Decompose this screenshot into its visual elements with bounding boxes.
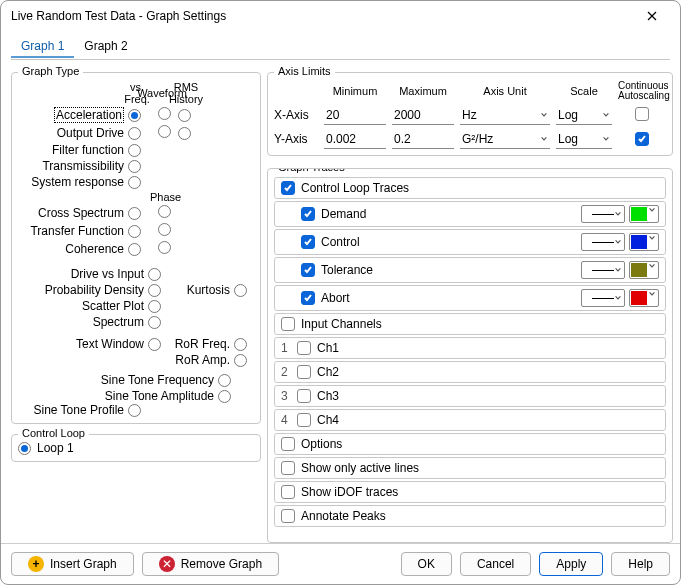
chk-options[interactable] [281,437,295,451]
radio-stf[interactable] [218,374,231,387]
chevron-down-icon [648,262,656,270]
channel-row[interactable]: 3Ch3 [274,385,666,407]
chk-option[interactable] [281,461,295,475]
line-color-select[interactable] [629,233,659,251]
option-label: Annotate Peaks [301,509,386,523]
radio-tf-freq[interactable] [128,225,141,238]
close-button[interactable] [634,2,670,30]
radio-accel-rms[interactable] [178,109,191,122]
apply-button[interactable]: Apply [539,552,603,576]
radio-accel-freq[interactable] [128,109,141,122]
tab-graph-1[interactable]: Graph 1 [11,35,74,59]
radio-kurtosis[interactable] [234,284,247,297]
radio-od-wave[interactable] [158,125,171,138]
channel-row[interactable]: 2Ch2 [274,361,666,383]
radio-stp[interactable] [128,404,141,417]
radio-filter-freq[interactable] [128,144,141,157]
trace-input-channels-header[interactable]: Input Channels [274,313,666,335]
radio-scatter[interactable] [148,300,161,313]
x-unit-select[interactable]: Hz [460,105,550,125]
radio-sta[interactable] [218,390,231,403]
line-color-select[interactable] [629,205,659,223]
radio-cross-freq[interactable] [128,207,141,220]
col-rms-history: RMS History [164,81,208,105]
radio-cross-phase[interactable] [158,205,171,218]
trace-control-loop-header[interactable]: Control Loop Traces [274,177,666,199]
chevron-down-icon [602,135,610,143]
radio-pd[interactable] [148,284,161,297]
chk-option[interactable] [281,485,295,499]
chk-option[interactable] [281,509,295,523]
trace-row[interactable]: Control [274,229,666,255]
ok-button[interactable]: OK [401,552,452,576]
trace-row[interactable]: Demand [274,201,666,227]
option-row[interactable]: Show only active lines [274,457,666,479]
h-autoscale: Continuous Autoscaling [618,81,666,101]
line-style-select[interactable] [581,261,625,279]
chk-trace[interactable] [301,235,315,249]
radio-spectrum[interactable] [148,316,161,329]
chk-control-loop-traces[interactable] [281,181,295,195]
y-min-input[interactable] [324,129,386,149]
line-color-select[interactable] [629,261,659,279]
channel-label: Ch2 [317,365,339,379]
chk-input-channels[interactable] [281,317,295,331]
control-loop-legend: Control Loop [18,427,89,439]
channel-row[interactable]: 4Ch4 [274,409,666,431]
trace-options-header[interactable]: Options [274,433,666,455]
x-min-input[interactable] [324,105,386,125]
chevron-down-icon [614,210,622,218]
chk-channel[interactable] [297,341,311,355]
channel-row[interactable]: 1Ch1 [274,337,666,359]
trace-row[interactable]: Abort [274,285,666,311]
channel-index: 2 [281,365,291,379]
y-max-input[interactable] [392,129,454,149]
help-button[interactable]: Help [611,552,670,576]
line-style-select[interactable] [581,289,625,307]
chk-trace[interactable] [301,207,315,221]
radio-coh-phase[interactable] [158,241,171,254]
radio-trans-freq[interactable] [128,160,141,173]
y-autoscale-check[interactable] [635,132,649,146]
line-style-select[interactable] [581,205,625,223]
radio-loop-1[interactable] [18,442,31,455]
line-style-select[interactable] [581,233,625,251]
trace-label: Control [321,235,360,249]
graph-traces-legend: Graph Traces [274,168,349,173]
chk-channel[interactable] [297,413,311,427]
radio-accel-wave[interactable] [158,107,171,120]
x-max-input[interactable] [392,105,454,125]
trace-row[interactable]: Tolerance [274,257,666,283]
insert-graph-button[interactable]: + Insert Graph [11,552,134,576]
cancel-button[interactable]: Cancel [460,552,531,576]
radio-ror-amp[interactable] [234,354,247,367]
graph-type-legend: Graph Type [18,65,83,77]
chk-trace[interactable] [301,263,315,277]
chevron-down-icon [614,294,622,302]
radio-od-rms[interactable] [178,127,191,140]
chk-channel[interactable] [297,389,311,403]
tab-graph-2[interactable]: Graph 2 [74,35,137,59]
radio-od-freq[interactable] [128,127,141,140]
radio-textwin[interactable] [148,338,161,351]
x-autoscale-check[interactable] [635,107,649,121]
close-icon [647,11,657,21]
x-scale-select[interactable]: Log [556,105,612,125]
chevron-down-icon [614,238,622,246]
option-row[interactable]: Annotate Peaks [274,505,666,527]
chk-trace[interactable] [301,291,315,305]
row-sysresp-label: System response [18,175,128,189]
y-scale-select[interactable]: Log [556,129,612,149]
option-row[interactable]: Show iDOF traces [274,481,666,503]
radio-dvi[interactable] [148,268,161,281]
y-unit-select[interactable]: G²/Hz [460,129,550,149]
chk-channel[interactable] [297,365,311,379]
remove-graph-button[interactable]: ✕ Remove Graph [142,552,279,576]
radio-ror-freq[interactable] [234,338,247,351]
radio-coh-freq[interactable] [128,243,141,256]
radio-tf-phase[interactable] [158,223,171,236]
row-pd-label: Probability Density [18,283,148,297]
radio-sys-freq[interactable] [128,176,141,189]
line-color-select[interactable] [629,289,659,307]
channel-index: 1 [281,341,291,355]
